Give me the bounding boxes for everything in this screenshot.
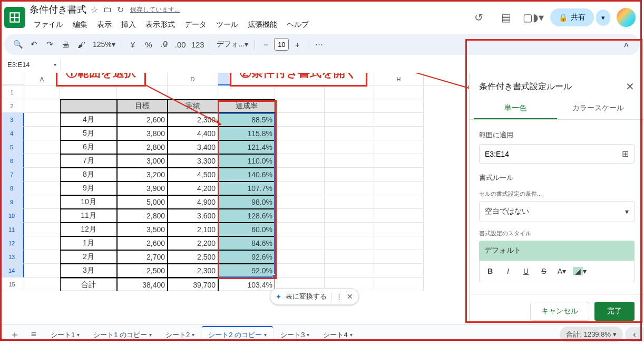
cell-F13[interactable]: [275, 250, 325, 264]
more-formats-icon[interactable]: 123: [189, 37, 207, 52]
more-toolbar-icon[interactable]: ⋯: [311, 37, 326, 52]
cell-C8[interactable]: 3,900: [117, 181, 168, 195]
cell-B4[interactable]: 5月: [60, 127, 117, 140]
undo-icon[interactable]: ↶: [26, 37, 41, 52]
cell-D2[interactable]: 実績: [168, 99, 218, 113]
cancel-button[interactable]: キャンセル: [530, 302, 589, 321]
cell-E2[interactable]: 達成率: [218, 99, 275, 113]
document-title[interactable]: 条件付き書式: [30, 3, 86, 16]
cell-H1[interactable]: [374, 85, 424, 99]
cell-A12[interactable]: [24, 236, 60, 250]
menu-ファイル[interactable]: ファイル: [30, 18, 67, 32]
cell-H15[interactable]: [374, 278, 424, 291]
cell-G3[interactable]: [325, 113, 374, 127]
collapse-toolbar-icon[interactable]: ʌ: [619, 37, 633, 52]
cell-A10[interactable]: [24, 209, 60, 223]
done-button[interactable]: 完了: [594, 302, 635, 321]
cell-H7[interactable]: [374, 168, 424, 181]
cell-F2[interactable]: [275, 99, 325, 113]
cell-A7[interactable]: [24, 168, 60, 181]
cell-C2[interactable]: 目標: [117, 99, 168, 113]
sheets-logo[interactable]: [4, 7, 25, 28]
cell-B6[interactable]: 7月: [60, 154, 117, 168]
cell-D13[interactable]: 2,500: [168, 250, 218, 264]
cell-A14[interactable]: [24, 264, 60, 278]
cell-C11[interactable]: 3,500: [117, 223, 168, 236]
move-icon[interactable]: 🗀: [102, 4, 113, 15]
cell-D6[interactable]: 3,300: [168, 154, 218, 168]
cell-F14[interactable]: [275, 264, 325, 278]
cell-F10[interactable]: [275, 209, 325, 223]
cell-B3[interactable]: 4月: [60, 113, 117, 127]
chevron-down-icon[interactable]: ▾: [350, 332, 353, 338]
cell-D14[interactable]: 2,300: [168, 264, 218, 278]
cell-F3[interactable]: [275, 113, 325, 127]
cell-E1[interactable]: [218, 85, 275, 99]
row-header-9[interactable]: 9: [0, 195, 24, 209]
cell-H3[interactable]: [374, 113, 424, 127]
cell-G8[interactable]: [325, 181, 374, 195]
cell-G11[interactable]: [325, 223, 374, 236]
menu-拡張機能[interactable]: 拡張機能: [243, 18, 281, 32]
sheet-tab-シート2 のコピー[interactable]: シート2 のコピー▾: [202, 326, 273, 343]
row-header-1[interactable]: 1: [0, 85, 24, 99]
cell-G12[interactable]: [325, 236, 374, 250]
cell-B5[interactable]: 6月: [60, 140, 117, 154]
cell-A5[interactable]: [24, 140, 60, 154]
cell-B7[interactable]: 8月: [60, 168, 117, 181]
cell-F7[interactable]: [275, 168, 325, 181]
sheet-tab-シート4[interactable]: シート4▾: [317, 326, 358, 343]
cell-E4[interactable]: 115.8%: [218, 127, 275, 140]
explore-icon[interactable]: ‹: [625, 327, 644, 342]
cell-E5[interactable]: 121.4%: [218, 140, 275, 154]
menu-ツール[interactable]: ツール: [212, 18, 242, 32]
cell-D9[interactable]: 4,900: [168, 195, 218, 209]
select-range-icon[interactable]: ⊞: [622, 149, 629, 159]
cell-G9[interactable]: [325, 195, 374, 209]
col-header-C[interactable]: C: [117, 73, 168, 85]
cell-G4[interactable]: [325, 127, 374, 140]
cell-H11[interactable]: [374, 223, 424, 236]
font-size-input[interactable]: [274, 38, 289, 51]
strikethrough-icon[interactable]: S: [535, 263, 552, 280]
row-header-12[interactable]: 12: [0, 236, 24, 250]
cell-E10[interactable]: 128.6%: [218, 209, 275, 223]
cell-E11[interactable]: 60.0%: [218, 223, 275, 236]
row-header-14[interactable]: 14: [0, 264, 24, 278]
cell-A2[interactable]: [24, 99, 60, 113]
italic-icon[interactable]: I: [500, 263, 516, 280]
cell-A9[interactable]: [24, 195, 60, 209]
cell-B2[interactable]: [60, 99, 117, 113]
spreadsheet-grid[interactable]: ABCDEFGH12目標実績達成率34月2,6002,30088.5%45月3,…: [0, 73, 469, 291]
font-dropdown[interactable]: デフォ... ▾: [213, 37, 252, 52]
row-header-11[interactable]: 11: [0, 223, 24, 236]
cell-A4[interactable]: [24, 127, 60, 140]
cell-A15[interactable]: [24, 278, 60, 291]
cell-C14[interactable]: 2,500: [117, 264, 168, 278]
cell-F4[interactable]: [275, 127, 325, 140]
cell-F8[interactable]: [275, 181, 325, 195]
cell-C4[interactable]: 3,800: [117, 127, 168, 140]
col-header-E[interactable]: E: [218, 73, 275, 85]
col-header-F[interactable]: F: [275, 73, 325, 85]
col-header-B[interactable]: B: [60, 73, 117, 85]
cell-B10[interactable]: 11月: [60, 209, 117, 223]
cell-H2[interactable]: [374, 99, 424, 113]
cell-D5[interactable]: 3,400: [168, 140, 218, 154]
all-sheets-icon[interactable]: ≡: [25, 326, 42, 343]
namebox-dropdown-icon[interactable]: ▾: [54, 62, 56, 68]
cell-A11[interactable]: [24, 223, 60, 236]
tab-color-scale[interactable]: カラースケール: [557, 98, 640, 119]
cell-E6[interactable]: 110.0%: [218, 154, 275, 168]
cloud-status-icon[interactable]: ↻: [116, 4, 125, 16]
cell-H14[interactable]: [374, 264, 424, 278]
cell-H8[interactable]: [374, 181, 424, 195]
col-header-G[interactable]: G: [325, 73, 374, 85]
cell-H12[interactable]: [374, 236, 424, 250]
comments-icon[interactable]: ▤: [495, 7, 516, 28]
sheet-tab-シート1[interactable]: シート1▾: [44, 326, 86, 343]
cell-A3[interactable]: [24, 113, 60, 127]
cell-H10[interactable]: [374, 209, 424, 223]
bold-icon[interactable]: B: [482, 263, 499, 280]
menu-ヘルプ[interactable]: ヘルプ: [282, 18, 313, 32]
